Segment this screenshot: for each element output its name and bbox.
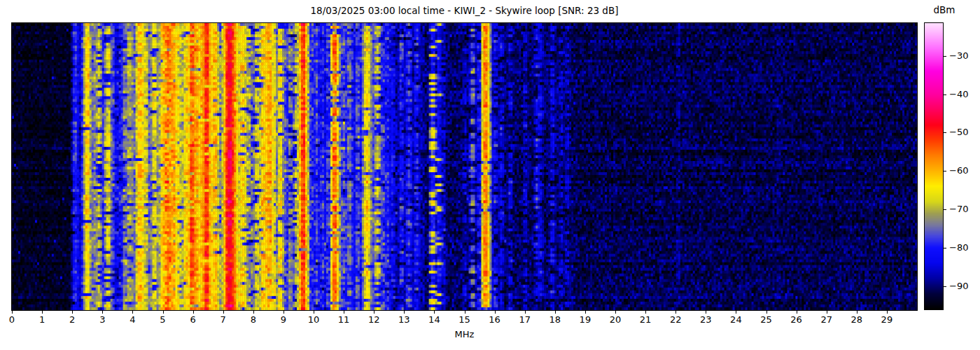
- x-tick-mark: [284, 311, 284, 314]
- x-tick-mark: [736, 311, 736, 314]
- x-tick-mark: [525, 311, 526, 314]
- colorbar-tick-mark: [944, 286, 946, 287]
- x-tick-label: 21: [635, 314, 656, 325]
- x-tick-mark: [72, 311, 73, 314]
- x-tick-mark: [344, 311, 344, 314]
- colorbar-tick-mark: [944, 94, 946, 95]
- x-tick-label: 11: [333, 314, 354, 325]
- x-tick-mark: [223, 311, 224, 314]
- colorbar-tick-label: −80: [949, 242, 968, 253]
- x-tick-label: 27: [816, 314, 837, 325]
- colorbar-tick-mark: [944, 132, 946, 133]
- x-tick-label: 3: [92, 314, 113, 325]
- x-tick-mark: [193, 311, 194, 314]
- x-tick-label: 29: [876, 314, 897, 325]
- x-tick-label: 8: [243, 314, 264, 325]
- x-tick-mark: [766, 311, 767, 314]
- spectrogram-canvas: [11, 22, 918, 311]
- x-tick-label: 24: [725, 314, 746, 325]
- x-tick-label: 20: [605, 314, 626, 325]
- figure-title: 18/03/2025 03:00 local time - KIWI_2 - S…: [12, 5, 917, 16]
- x-tick-label: 12: [363, 314, 384, 325]
- x-tick-label: 10: [303, 314, 324, 325]
- x-tick-label: 4: [122, 314, 143, 325]
- x-tick-mark: [495, 311, 496, 314]
- colorbar-tick-mark: [944, 209, 946, 210]
- x-tick-label: 19: [575, 314, 596, 325]
- x-tick-label: 17: [514, 314, 536, 325]
- x-tick-mark: [12, 311, 13, 314]
- x-tick-mark: [314, 311, 314, 314]
- x-tick-mark: [163, 311, 164, 314]
- x-tick-label: 23: [695, 314, 716, 325]
- x-axis-label: MHz: [12, 329, 917, 340]
- x-tick-mark: [374, 311, 374, 314]
- x-tick-label: 15: [454, 314, 475, 325]
- colorbar: [924, 22, 944, 310]
- x-tick-label: 7: [213, 314, 234, 325]
- x-tick-mark: [404, 311, 405, 314]
- x-tick-label: 25: [756, 314, 777, 325]
- colorbar-tick-mark: [944, 171, 946, 172]
- colorbar-label: dBm: [925, 4, 964, 15]
- x-tick-mark: [102, 311, 103, 314]
- colorbar-tick-label: −30: [949, 50, 968, 62]
- colorbar-tick-mark: [944, 248, 946, 248]
- x-tick-mark: [615, 311, 616, 314]
- x-tick-mark: [465, 311, 465, 314]
- x-tick-mark: [42, 311, 43, 314]
- x-tick-mark: [827, 311, 827, 314]
- x-tick-mark: [132, 311, 133, 314]
- x-tick-label: 16: [484, 314, 505, 325]
- x-tick-label: 28: [846, 314, 867, 325]
- colorbar-tick-label: −50: [949, 127, 968, 138]
- x-tick-mark: [797, 311, 797, 314]
- x-tick-label: 22: [665, 314, 686, 325]
- x-tick-mark: [434, 311, 435, 314]
- colorbar-tick-mark: [944, 56, 946, 57]
- x-tick-label: 2: [62, 314, 83, 325]
- x-tick-label: 9: [273, 314, 294, 325]
- colorbar-tick-label: −90: [949, 281, 968, 292]
- x-tick-label: 18: [545, 314, 566, 325]
- x-tick-mark: [253, 311, 254, 314]
- spectrogram-figure: 18/03/2025 03:00 local time - KIWI_2 - S…: [0, 0, 980, 350]
- x-tick-label: 26: [786, 314, 807, 325]
- x-tick-mark: [645, 311, 646, 314]
- x-tick-mark: [555, 311, 556, 314]
- x-tick-mark: [585, 311, 586, 314]
- x-tick-label: 14: [424, 314, 444, 325]
- x-tick-label: 13: [393, 314, 414, 325]
- colorbar-tick-label: −60: [949, 165, 968, 176]
- colorbar-tick-label: −40: [949, 89, 968, 100]
- x-tick-label: 5: [153, 314, 174, 325]
- x-tick-mark: [887, 311, 888, 314]
- colorbar-tick-label: −70: [949, 204, 968, 215]
- x-tick-label: 1: [31, 314, 52, 325]
- x-tick-label: 0: [1, 314, 22, 325]
- x-tick-mark: [706, 311, 706, 314]
- x-tick-label: 6: [183, 314, 204, 325]
- x-tick-mark: [676, 311, 676, 314]
- x-tick-mark: [857, 311, 858, 314]
